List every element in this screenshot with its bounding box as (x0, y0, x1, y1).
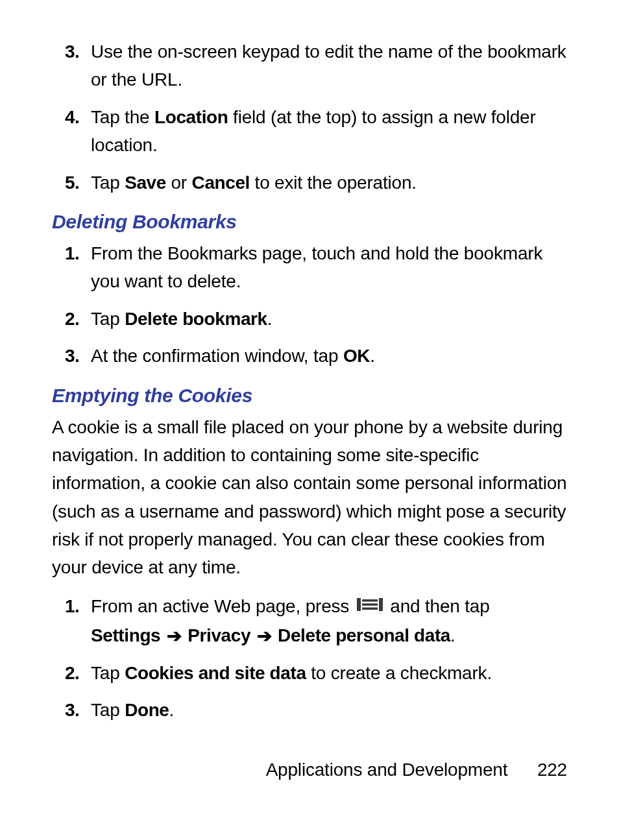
bold-run: Settings (91, 625, 160, 645)
text-run: to exit the operation. (250, 173, 417, 193)
svg-rect-0 (357, 598, 361, 611)
bold-run: Delete bookmark (125, 309, 267, 329)
text-run: or (166, 173, 192, 193)
footer-section-title: Applications and Development (266, 760, 508, 780)
text-run: . (370, 346, 375, 366)
list-number: 1. (52, 592, 91, 620)
svg-rect-4 (362, 607, 378, 610)
svg-rect-3 (362, 603, 378, 606)
list-number: 2. (52, 305, 91, 333)
text-run: Tap (91, 700, 125, 720)
list-number: 1. (52, 239, 91, 267)
list-item: 3. At the confirmation window, tap OK. (52, 342, 567, 370)
list-item: 1. From the Bookmarks page, touch and ho… (52, 239, 567, 296)
section-heading-emptying-cookies: Emptying the Cookies (52, 385, 567, 407)
list-text: Tap Done. (91, 696, 567, 724)
arrow-icon: ➔ (165, 622, 183, 650)
text-run: Tap (91, 309, 125, 329)
bold-run: Cookies and site data (125, 663, 306, 683)
list-text: Tap Save or Cancel to exit the operation… (91, 169, 567, 197)
svg-rect-2 (362, 599, 378, 602)
page-footer: Applications and Development 222 (266, 760, 567, 780)
text-run: At the confirmation window, tap (91, 346, 343, 366)
text-run: . (450, 625, 455, 645)
menu-icon (357, 592, 383, 620)
bold-run: Delete personal data (278, 625, 450, 645)
text-run: and then tap (390, 596, 489, 616)
text-run: to create a checkmark. (306, 663, 492, 683)
bold-run: OK (343, 346, 370, 366)
list-deleting-bookmarks: 1. From the Bookmarks page, touch and ho… (52, 239, 567, 370)
paragraph-cookies-intro: A cookie is a small file placed on your … (52, 413, 567, 582)
list-item: 3. Tap Done. (52, 696, 567, 724)
list-text: Tap Cookies and site data to create a ch… (91, 659, 567, 687)
list-item: 3. Use the on-screen keypad to edit the … (52, 38, 567, 94)
list-text: From an active Web page, press and then … (91, 592, 567, 650)
text-run: . (267, 309, 273, 329)
list-emptying-cookies: 1. From an active Web page, press and th… (52, 592, 567, 724)
text-run: From an active Web page, press (91, 596, 354, 616)
text-run: Tap the (91, 107, 154, 127)
list-item: 2. Tap Delete bookmark. (52, 305, 567, 333)
list-number: 3. (52, 38, 91, 66)
list-text: At the confirmation window, tap OK. (91, 342, 567, 370)
bold-run: Location (154, 107, 228, 127)
list-text: From the Bookmarks page, touch and hold … (91, 239, 567, 296)
list-number: 3. (52, 342, 91, 370)
text-run: . (169, 700, 175, 720)
list-number: 5. (52, 169, 91, 197)
svg-rect-1 (379, 598, 383, 611)
list-number: 3. (52, 696, 91, 724)
footer-page-number: 222 (537, 760, 567, 780)
list-text: Use the on-screen keypad to edit the nam… (91, 38, 567, 94)
section-heading-deleting-bookmarks: Deleting Bookmarks (52, 211, 567, 233)
list-continued: 3. Use the on-screen keypad to edit the … (52, 38, 567, 197)
document-page: 3. Use the on-screen keypad to edit the … (0, 0, 619, 840)
list-number: 2. (52, 659, 91, 687)
list-item: 5. Tap Save or Cancel to exit the operat… (52, 169, 567, 197)
text-run: Tap (91, 663, 125, 683)
text-run: Tap (91, 173, 125, 193)
bold-run: Save (125, 173, 166, 193)
list-item: 4. Tap the Location field (at the top) t… (52, 103, 567, 160)
list-number: 4. (52, 103, 91, 131)
list-item: 2. Tap Cookies and site data to create a… (52, 659, 567, 687)
list-text: Tap the Location field (at the top) to a… (91, 103, 567, 160)
list-item: 1. From an active Web page, press and th… (52, 592, 567, 650)
bold-run: Cancel (192, 173, 250, 193)
list-text: Tap Delete bookmark. (91, 305, 567, 333)
bold-run: Privacy (188, 625, 250, 645)
arrow-icon: ➔ (256, 622, 273, 650)
bold-run: Done (125, 700, 169, 720)
